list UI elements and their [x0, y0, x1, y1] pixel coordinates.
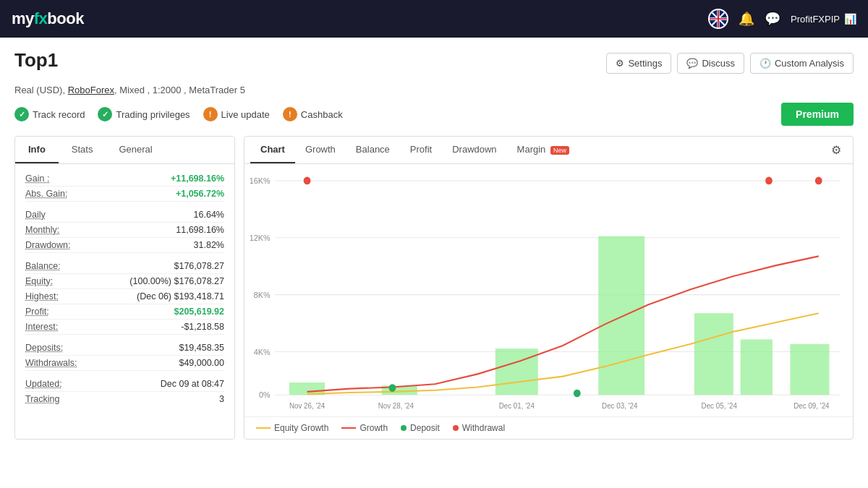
status-track-record: ✓ Track record	[14, 107, 85, 121]
profit-label: Profit:	[25, 307, 49, 317]
row-interest: Interest: -$1,218.58	[25, 320, 224, 335]
tab-growth[interactable]: Growth	[295, 137, 346, 163]
broker-link[interactable]: RoboForex	[68, 85, 114, 95]
tab-general[interactable]: General	[106, 137, 165, 163]
withdrawal-dot	[453, 425, 459, 431]
svg-rect-23	[790, 344, 829, 395]
cashback-label: Cashback	[301, 109, 343, 120]
svg-text:Dec 03, '24: Dec 03, '24	[602, 402, 638, 410]
svg-text:Dec 09, '24: Dec 09, '24	[793, 402, 830, 410]
balance-value: $176,078.27	[174, 261, 224, 271]
svg-text:Nov 28, '24: Nov 28, '24	[378, 402, 414, 410]
svg-point-25	[574, 390, 581, 398]
chart-svg: 16K% 12K% 8K% 4K% 0%	[250, 170, 847, 416]
svg-point-26	[304, 177, 311, 185]
svg-rect-19	[495, 348, 538, 395]
row-balance: Balance: $176,078.27	[25, 259, 224, 274]
tab-info[interactable]: Info	[15, 137, 59, 163]
updated-value: Dec 09 at 08:47	[161, 379, 224, 389]
interest-value: -$1,218.58	[181, 322, 224, 332]
abs-gain-value: +1,056.72%	[176, 189, 224, 199]
discuss-button[interactable]: 💬 Discuss	[677, 53, 744, 74]
chart-settings-icon[interactable]: ⚙	[825, 137, 847, 163]
content: Top1 ⚙ Settings 💬 Discuss 🕐 Custom Analy…	[0, 38, 868, 451]
growth-line	[341, 427, 356, 429]
trading-privileges-badge: ✓	[98, 107, 112, 121]
settings-button[interactable]: ⚙ Settings	[606, 53, 671, 74]
tab-balance[interactable]: Balance	[346, 137, 400, 163]
row-deposits: Deposits: $19,458.35	[25, 341, 224, 356]
live-update-badge: !	[203, 107, 218, 121]
left-panel: Info Stats General Gain : +11,698.16% Ab…	[14, 136, 235, 440]
drawdown-label: Drawdown:	[25, 240, 71, 250]
updated-label: Updated:	[25, 379, 62, 389]
row-profit: Profit: $205,619.92	[25, 304, 224, 320]
clock-icon: 🕐	[760, 58, 771, 69]
chart-legend: Equity Growth Growth Deposit Withdrawal	[244, 416, 853, 439]
language-flag[interactable]	[708, 9, 728, 29]
svg-text:Dec 05, '24: Dec 05, '24	[702, 402, 738, 410]
user-menu[interactable]: ProfitFXPIP 📊	[791, 13, 856, 25]
legend-equity-growth: Equity Growth	[256, 423, 328, 433]
status-bar: ✓ Track record ✓ Trading privileges ! Li…	[14, 103, 854, 126]
track-record-label: Track record	[33, 109, 85, 120]
svg-rect-20	[598, 236, 644, 395]
row-drawdown: Drawdown: 31.82%	[25, 238, 224, 253]
tracking-label: Tracking	[25, 394, 59, 404]
daily-label: Daily	[25, 210, 46, 220]
deposit-dot	[401, 425, 407, 431]
tracking-value: 3	[219, 394, 224, 404]
chart-area: 16K% 12K% 8K% 4K% 0%	[244, 164, 853, 416]
svg-text:Dec 01, '24: Dec 01, '24	[499, 402, 535, 410]
legend-deposit: Deposit	[401, 423, 440, 433]
premium-button[interactable]: Premium	[781, 103, 854, 126]
track-record-badge: ✓	[14, 107, 29, 121]
discuss-icon: 💬	[686, 58, 698, 69]
tab-margin[interactable]: Margin New	[507, 137, 579, 163]
live-update-label: Live update	[221, 109, 270, 120]
logo[interactable]: myfxbook	[12, 9, 84, 28]
svg-point-27	[765, 177, 773, 185]
monthly-value: 11,698.16%	[176, 225, 224, 235]
tab-stats[interactable]: Stats	[59, 137, 106, 163]
tab-drawdown[interactable]: Drawdown	[442, 137, 506, 163]
status-live-update: ! Live update	[203, 107, 270, 121]
svg-text:12K%: 12K%	[250, 234, 271, 242]
panel-tabs: Info Stats General	[15, 137, 234, 164]
top-actions: ⚙ Settings 💬 Discuss 🕐 Custom Analysis	[606, 53, 854, 74]
status-trading-privileges: ✓ Trading privileges	[98, 107, 190, 121]
svg-rect-22	[741, 339, 773, 395]
svg-rect-21	[694, 313, 733, 395]
withdrawals-value: $49,000.00	[179, 358, 224, 368]
tab-chart[interactable]: Chart	[250, 137, 295, 163]
username: ProfitFXPIP	[791, 14, 840, 25]
chat-icon[interactable]: 💬	[765, 11, 780, 27]
row-equity: Equity: (100.00%) $176,078.27	[25, 274, 224, 289]
svg-text:8K%: 8K%	[254, 290, 271, 299]
account-info: Real (USD), RoboForex, Mixed , 1:2000 , …	[14, 85, 854, 95]
chart-tabs: Chart Growth Balance Profit Drawdown Mar…	[244, 137, 853, 164]
top-bar: Top1 ⚙ Settings 💬 Discuss 🕐 Custom Analy…	[14, 49, 854, 77]
deposits-value: $19,458.35	[179, 343, 224, 353]
info-panel-content: Gain : +11,698.16% Abs. Gain: +1,056.72%…	[15, 164, 234, 414]
logo-text: myfxbook	[12, 9, 84, 28]
growth-label: Growth	[359, 423, 388, 433]
new-badge: New	[550, 146, 569, 155]
highest-value: (Dec 06) $193,418.71	[137, 291, 224, 301]
svg-point-28	[815, 177, 822, 185]
header: myfxbook 🔔 💬 ProfitFXPIP 📊	[0, 0, 868, 38]
status-cashback: ! Cashback	[283, 107, 343, 121]
bell-icon[interactable]: 🔔	[739, 11, 754, 27]
settings-icon: ⚙	[616, 58, 624, 69]
user-chart-icon: 📊	[844, 13, 856, 25]
row-monthly: Monthly: 11,698.16%	[25, 223, 224, 238]
deposit-label: Deposit	[410, 423, 440, 433]
equity-growth-line	[256, 427, 271, 429]
svg-point-24	[389, 384, 396, 392]
custom-analysis-button[interactable]: 🕐 Custom Analysis	[750, 53, 854, 74]
right-panel: Chart Growth Balance Profit Drawdown Mar…	[244, 136, 854, 440]
profit-value: $205,619.92	[174, 307, 224, 317]
withdrawal-label: Withdrawal	[462, 423, 505, 433]
tab-profit[interactable]: Profit	[400, 137, 442, 163]
legend-withdrawal: Withdrawal	[453, 423, 505, 433]
